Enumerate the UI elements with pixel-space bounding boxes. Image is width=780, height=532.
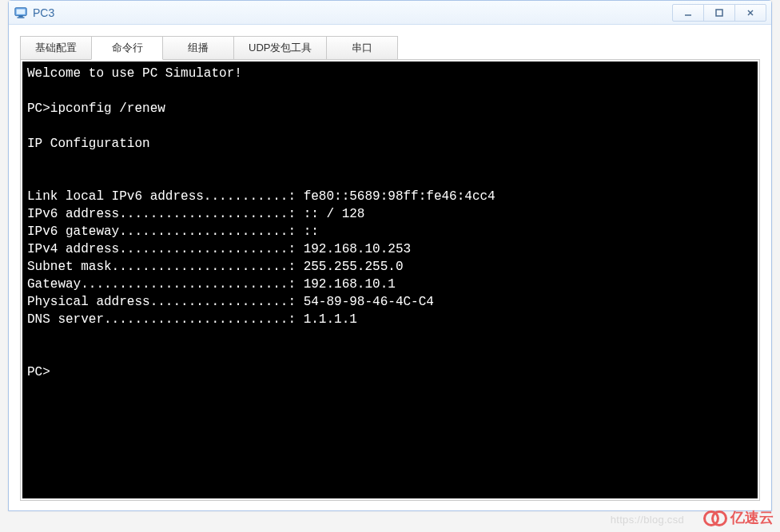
title-bar[interactable]: PC3	[9, 1, 771, 25]
tab-bar: 基础配置 命令行 组播 UDP发包工具 串口	[20, 36, 760, 60]
tab-label: 命令行	[112, 41, 143, 55]
tab-udp-tool[interactable]: UDP发包工具	[233, 36, 327, 60]
svg-rect-1	[17, 9, 26, 14]
url-watermark: https://blog.csd	[611, 514, 684, 526]
tab-label: UDP发包工具	[249, 41, 312, 55]
tab-label: 组播	[188, 41, 209, 55]
svg-rect-2	[18, 15, 22, 17]
close-button[interactable]	[734, 4, 766, 22]
tab-command-line[interactable]: 命令行	[91, 36, 163, 60]
tab-label: 串口	[352, 41, 372, 55]
svg-rect-3	[18, 17, 25, 18]
tab-label: 基础配置	[35, 41, 77, 55]
terminal-output[interactable]: Welcome to use PC Simulator! PC>ipconfig…	[22, 62, 758, 498]
window-content: 基础配置 命令行 组播 UDP发包工具 串口 Welcome to use PC…	[9, 25, 771, 510]
tab-basic-config[interactable]: 基础配置	[20, 36, 92, 60]
svg-rect-5	[716, 10, 722, 16]
minimize-button[interactable]	[672, 4, 704, 22]
brand-watermark: 亿速云	[703, 508, 774, 527]
tab-body: Welcome to use PC Simulator! PC>ipconfig…	[20, 59, 760, 501]
tab-multicast[interactable]: 组播	[162, 36, 234, 60]
maximize-button[interactable]	[703, 4, 735, 22]
app-icon	[14, 6, 28, 20]
pc-simulator-window: PC3 基础配置 命令行 组播 UDP发包工具 串口 Welcome to us…	[8, 0, 772, 511]
infinity-icon	[703, 510, 727, 525]
window-title: PC3	[33, 6, 673, 19]
brand-text: 亿速云	[730, 508, 774, 527]
window-controls	[673, 4, 766, 22]
tab-serial[interactable]: 串口	[326, 36, 398, 60]
